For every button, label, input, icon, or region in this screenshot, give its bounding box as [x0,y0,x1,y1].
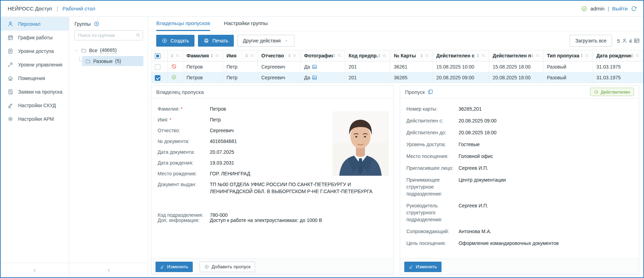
toolbar: Создать Печать Другие действия Загрузить… [149,31,643,50]
column-search-icon[interactable] [337,54,341,58]
sort-icon[interactable] [246,54,248,57]
column-search-icon[interactable] [535,54,540,58]
groups-collapse-button[interactable] [70,263,148,277]
table-header-row: Фамилия Имя Отчество Фотография Код пред… [151,50,643,62]
owner-middle-name: Сергеевич [210,127,234,134]
owner-birth-place: ГОР. ЛЕНИНГРАД [210,170,250,177]
table-row[interactable]: Петров Петр Сергеевич Да 201 36261 15.08… [151,62,643,72]
owner-last-name: Петров [210,105,226,112]
top-bar: НЕЙРОСС Доступ | Рабочий стол admin | Вы… [1,1,643,17]
owner-document-issuer: ТП №00 ОТДЕЛА УФМС РОССИИ ПО САНКТ-ПЕТЕР… [210,181,380,195]
add-group-icon[interactable] [94,21,100,27]
sort-icon[interactable] [288,54,291,57]
tree-node-all[interactable]: Все (48665) [74,45,143,55]
sort-icon[interactable] [211,54,213,57]
pass-unit-head: Сергеев И.П. [459,202,488,223]
column-header-card-number[interactable]: № Карты [390,50,433,62]
pass-status-badge: Действителен [590,88,634,96]
owner-extra-info: Доступ к работе на электроустановках: до… [210,217,322,224]
group-search-input[interactable] [74,30,143,40]
pass-owner-panel: Владелец пропуска Фамилия:*Петров Имя:*П… [151,85,394,275]
tab-bar: Владельцы пропусков Настройки группы [149,17,643,31]
sidebar-item-control-levels[interactable]: Уровни управления [1,58,69,71]
tab-group-settings[interactable]: Настройки группы [224,20,268,31]
records-counters: 5 4 [617,38,640,44]
load-all-button[interactable]: Загрузить все [570,35,612,47]
tab-pass-owners[interactable]: Владельцы пропусков [156,20,210,31]
column-header-photo[interactable]: Фотография [301,50,345,62]
sidebar-item-pass-requests[interactable]: Заявки на пропуска [1,85,69,98]
column-header-pass-type[interactable]: Тип пропуска [543,50,593,62]
owner-document-date: 20.07.2025 [210,149,234,156]
sort-icon[interactable] [631,54,633,57]
column-search-icon[interactable] [635,54,639,58]
search-icon[interactable] [136,33,141,38]
edit-owner-button[interactable]: Изменить [156,262,193,272]
column-search-icon[interactable] [481,54,485,58]
edit-pass-button[interactable]: Изменить [404,262,442,272]
sort-icon[interactable] [531,54,533,57]
column-search-icon[interactable] [250,54,254,58]
sort-icon[interactable] [333,54,335,57]
sidebar-item-access-levels[interactable]: Уровни доступа [1,44,69,58]
sort-icon[interactable] [171,54,173,57]
sort-icon[interactable] [421,54,423,57]
row-checkbox[interactable] [155,64,160,70]
column-search-icon[interactable] [175,54,180,58]
column-header-birth-date[interactable]: Дата рождения [593,50,643,62]
required-mark: * [181,106,182,112]
more-actions-button[interactable]: Другие действия [237,35,294,47]
tree-node-razovye[interactable]: Разовые (5) [82,56,143,66]
sidebar-collapse-button[interactable] [1,263,69,277]
sidebar-item-work-schedule[interactable]: График работы [1,31,69,44]
logout-link[interactable]: Выйти [612,6,628,11]
column-header-middle-name[interactable]: Отчество [258,50,301,62]
required-mark: * [169,117,171,122]
pass-card-icon [428,89,433,95]
column-header-company-code[interactable]: Код предпр. [345,50,390,62]
id-card-count-icon [634,38,640,44]
document-check-icon [7,89,14,95]
chevron-left-icon [106,268,111,273]
photo-icon[interactable] [312,75,317,80]
groups-title: Группы [74,21,91,27]
sort-icon[interactable] [581,54,583,57]
create-button[interactable]: Создать [156,35,194,47]
sidebar-item-personnel[interactable]: Персонал [1,17,69,31]
pass-denied-icon [171,64,177,69]
sort-icon[interactable] [477,54,479,57]
app-brand: НЕЙРОСС Доступ [8,6,52,11]
print-button[interactable]: Печать [198,35,234,47]
column-search-icon[interactable] [215,54,219,58]
add-pass-button[interactable]: Добавить пропуск [200,262,255,272]
tree-caret-icon[interactable] [74,48,79,53]
pass-access-level: Гостевые [459,141,480,148]
sidebar-item-acs-settings[interactable]: Настройки СКУД [1,98,69,112]
photo-icon[interactable] [312,64,317,70]
sidebar-item-arm-settings[interactable]: Настройки АРМ [1,112,69,126]
people-count: 5 [617,38,620,44]
column-search-icon[interactable] [382,54,387,58]
owner-document-number: 4016584681 [210,138,237,145]
person-count-icon [622,38,627,43]
row-checkbox[interactable] [155,75,160,81]
sort-icon[interactable] [378,54,380,57]
column-search-icon[interactable] [585,54,589,58]
column-search-icon[interactable] [425,54,429,58]
sidebar-item-premises[interactable]: Помещения [1,71,69,85]
calendar-icon [7,34,14,41]
column-header-valid-from[interactable]: Действителен с [433,50,489,62]
column-header-valid-to[interactable]: Действителен по [489,50,543,62]
column-search-icon[interactable] [293,54,297,58]
username: admin [590,6,605,11]
groups-panel: Группы Все (48665) Разовые (5) [70,17,148,277]
pencil-icon [409,264,413,269]
gear-icon [7,116,14,122]
select-all-checkbox[interactable] [155,53,160,59]
home-icon [7,75,14,81]
column-header-last-name[interactable]: Фамилия [183,50,223,62]
table-row-selected[interactable]: Петров Петр Сергеевич Да 201 36285 20.08… [151,72,643,83]
column-header-first-name[interactable]: Имя [223,50,258,62]
logout-icon[interactable] [631,6,637,12]
workspace-link[interactable]: Рабочий стол [63,6,95,11]
